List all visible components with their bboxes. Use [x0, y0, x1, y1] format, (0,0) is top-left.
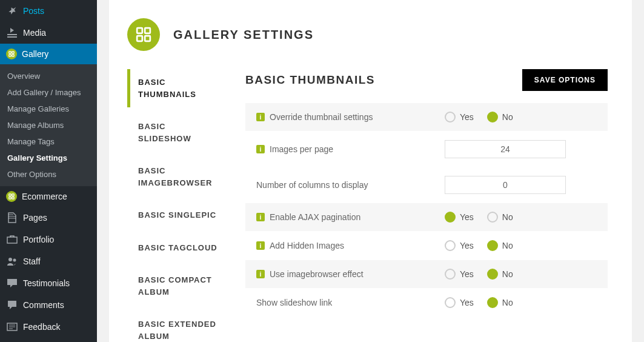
submenu-item[interactable]: Manage Galleries: [0, 101, 97, 117]
svg-rect-0: [9, 52, 11, 53]
radio-no[interactable]: No: [487, 112, 513, 122]
info-icon[interactable]: i: [256, 113, 265, 121]
setting-label: iAdd Hidden Images: [256, 241, 423, 250]
submenu-item[interactable]: Overview: [0, 68, 97, 84]
radio-dot: [445, 269, 456, 280]
svg-rect-5: [12, 194, 14, 196]
tab[interactable]: BASIC TAGCLOUD: [127, 235, 221, 261]
feedback-icon: [6, 321, 18, 333]
pages-icon: [6, 212, 18, 224]
svg-rect-1: [12, 52, 14, 53]
comments-icon: [6, 299, 18, 311]
setting-row: iAdd Hidden ImagesYesNo: [245, 232, 608, 260]
submenu-item[interactable]: Other Options: [0, 166, 97, 183]
testimonials-icon: [6, 277, 18, 289]
setting-label: Show slideshow link: [256, 298, 423, 307]
menu-item-media[interactable]: Media: [0, 22, 97, 44]
radio-yes[interactable]: Yes: [445, 297, 474, 308]
radio-no[interactable]: No: [487, 240, 513, 251]
info-icon[interactable]: i: [256, 145, 265, 153]
svg-rect-12: [145, 28, 150, 33]
menu-item-testimonials[interactable]: Testimonials: [0, 272, 97, 294]
tab[interactable]: BASIC EXTENDED ALBUM: [127, 311, 221, 342]
tab[interactable]: BASIC THUMBNAILS: [127, 69, 221, 107]
gallery-icon: [6, 191, 17, 202]
radio-dot: [445, 297, 456, 308]
svg-rect-13: [137, 36, 142, 41]
submenu-item[interactable]: Gallery Settings: [0, 150, 97, 166]
setting-row: iUse imagebrowser effectYesNo: [245, 260, 608, 289]
radio-yes[interactable]: Yes: [445, 112, 474, 122]
setting-row: iOverride thumbnail settingsYesNo: [245, 103, 608, 132]
setting-row: iImages per page: [245, 132, 608, 167]
input-field[interactable]: [445, 140, 566, 158]
pin-icon: [6, 5, 18, 17]
svg-rect-4: [9, 194, 11, 196]
save-button[interactable]: SAVE OPTIONS: [522, 69, 608, 91]
setting-label: iEnable AJAX pagination: [256, 212, 423, 222]
submenu-item[interactable]: Add Gallery / Images: [0, 84, 97, 101]
tab[interactable]: BASIC IMAGEBROWSER: [127, 158, 221, 196]
tab-list: BASIC THUMBNAILSBASIC SLIDESHOWBASIC IMA…: [127, 69, 221, 342]
menu-item-ecommerce[interactable]: Ecommerce: [0, 186, 97, 207]
radio-dot: [487, 112, 498, 122]
tab[interactable]: BASIC SINGLEPIC: [127, 202, 221, 229]
menu-label: Pages: [23, 213, 47, 223]
radio-dot: [487, 269, 498, 280]
menu-label: Portfolio: [23, 235, 54, 244]
media-icon: [6, 27, 18, 39]
radio-no[interactable]: No: [487, 212, 513, 223]
radio-dot: [445, 212, 456, 223]
setting-label: iUse imagebrowser effect: [256, 269, 423, 279]
submenu: OverviewAdd Gallery / ImagesManage Galle…: [0, 64, 97, 186]
page-header: GALLERY SETTINGS: [127, 18, 608, 51]
radio-dot: [445, 240, 456, 251]
svg-rect-7: [12, 197, 14, 199]
menu-item-posts[interactable]: Posts: [0, 0, 97, 22]
setting-row: Show slideshow linkYesNo: [245, 289, 608, 317]
panel-title: BASIC THUMBNAILS: [245, 73, 375, 87]
submenu-item[interactable]: Manage Tags: [0, 133, 97, 150]
menu-item-comments[interactable]: Comments: [0, 294, 97, 316]
tab[interactable]: BASIC COMPACT ALBUM: [127, 267, 221, 305]
menu-item-feedback[interactable]: Feedback: [0, 316, 97, 338]
radio-yes[interactable]: Yes: [445, 212, 474, 223]
admin-sidebar: PostsMediaGalleryOverviewAdd Gallery / I…: [0, 0, 97, 342]
info-icon[interactable]: i: [256, 270, 265, 278]
menu-item-portfolio[interactable]: Portfolio: [0, 229, 97, 250]
radio-no[interactable]: No: [487, 297, 513, 308]
radio-no[interactable]: No: [487, 269, 513, 280]
info-icon[interactable]: i: [256, 213, 265, 221]
setting-row: Number of columns to display: [245, 167, 608, 203]
menu-item-staff[interactable]: Staff: [0, 250, 97, 272]
svg-rect-14: [145, 36, 150, 41]
info-icon[interactable]: i: [256, 241, 265, 250]
menu-item-pages[interactable]: Pages: [0, 207, 97, 229]
radio-yes[interactable]: Yes: [445, 269, 474, 280]
input-field[interactable]: [445, 176, 566, 194]
svg-point-9: [13, 259, 16, 262]
gallery-icon: [6, 49, 17, 59]
radio-dot: [487, 212, 498, 223]
svg-rect-2: [9, 55, 11, 56]
tab[interactable]: BASIC SLIDESHOW: [127, 113, 221, 152]
setting-label: iOverride thumbnail settings: [256, 112, 423, 122]
panel: BASIC THUMBNAILS SAVE OPTIONS iOverride …: [245, 69, 608, 342]
radio-yes[interactable]: Yes: [445, 240, 474, 251]
settings-table: iOverride thumbnail settingsYesNoiImages…: [245, 103, 608, 317]
portfolio-icon: [6, 233, 18, 246]
setting-label: Number of columns to display: [256, 180, 423, 190]
submenu-item[interactable]: Manage Albums: [0, 117, 97, 133]
menu-item-gallery[interactable]: Gallery: [0, 44, 97, 64]
settings-body: BASIC THUMBNAILSBASIC SLIDESHOWBASIC IMA…: [127, 69, 608, 342]
radio-dot: [487, 297, 498, 308]
menu-label: Gallery: [22, 49, 48, 59]
gallery-icon: [127, 18, 160, 51]
radio-dot: [487, 240, 498, 251]
panel-header: BASIC THUMBNAILS SAVE OPTIONS: [245, 69, 608, 91]
svg-rect-11: [137, 28, 142, 33]
setting-label: iImages per page: [256, 144, 423, 154]
menu-label: Comments: [23, 300, 64, 310]
svg-rect-3: [12, 55, 14, 56]
main-content: GALLERY SETTINGS BASIC THUMBNAILSBASIC S…: [97, 0, 644, 342]
